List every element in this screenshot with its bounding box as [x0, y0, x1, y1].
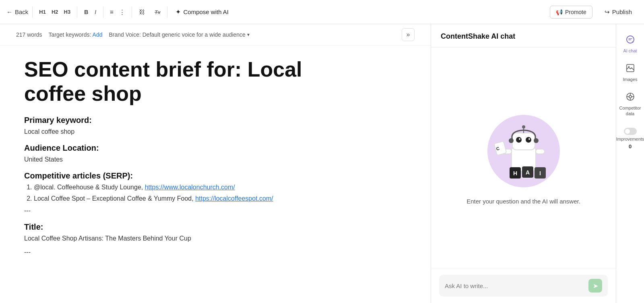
svg-point-24	[629, 95, 632, 98]
article-1-text: @local. Coffeehouse & Study Lounge,	[34, 184, 145, 191]
article-2-link[interactable]: https://localcoffeespot.com/	[195, 195, 273, 202]
sidebar-item-improvements[interactable]: Improvements 0	[618, 124, 642, 154]
svg-text:I: I	[539, 170, 541, 176]
word-count: 217 words	[16, 31, 42, 38]
sidebar-item-images[interactable]: Images	[618, 59, 642, 86]
list-item: Local Coffee Spot – Exceptional Coffee &…	[34, 195, 338, 202]
svg-point-20	[534, 138, 539, 143]
publish-button[interactable]: ↪ Publish	[599, 6, 638, 19]
images-icon	[625, 63, 635, 75]
separator-2: ---	[24, 249, 338, 256]
promote-label: Promote	[565, 9, 586, 15]
ordered-list-button[interactable]: ≡	[107, 7, 116, 17]
ordered-list-icon: ≡	[110, 8, 114, 15]
compose-ai-button[interactable]: ✦ Compose with AI	[171, 6, 233, 18]
svg-point-3	[516, 137, 522, 143]
audience-heading: Audience Location:	[24, 143, 338, 153]
divider-1	[32, 6, 33, 18]
compose-ai-label: Compose with AI	[183, 8, 229, 15]
main-layout: 217 words Target keywords: Add Brand Voi…	[0, 24, 644, 303]
title-value: Local Coffee Shop Artisans: The Masters …	[24, 235, 338, 242]
brand-voice-label: Brand Voice: Default generic voice for a…	[109, 31, 245, 38]
ai-input-wrapper: ➤	[439, 275, 608, 297]
images-sidebar-label: Images	[623, 77, 637, 82]
toolbar-left: ← Back H1 H2 H3 B I ≡ ⋮ ⛓ Tx	[6, 6, 545, 18]
competitor-data-label: Competitor data	[619, 106, 641, 116]
ai-prompt-text: Enter your question and the AI will answ…	[466, 198, 580, 205]
back-arrow-icon: ←	[6, 8, 12, 15]
document-title[interactable]: SEO content brief for: Local coffee shop	[24, 58, 338, 106]
editor-content: SEO content brief for: Local coffee shop…	[0, 46, 362, 277]
toolbar: ← Back H1 H2 H3 B I ≡ ⋮ ⛓ Tx	[0, 0, 644, 24]
separator-1: ---	[24, 207, 338, 214]
meta-bar: 217 words Target keywords: Add Brand Voi…	[0, 24, 431, 46]
target-keywords-label: Target keywords: Add	[49, 31, 103, 38]
ai-robot-illustration: C H A I	[483, 111, 564, 191]
competitive-heading: Competitive articles (SERP):	[24, 171, 338, 181]
h2-button[interactable]: H2	[49, 7, 61, 17]
link-icon: ⛓	[139, 8, 145, 15]
svg-text:A: A	[525, 169, 529, 176]
ai-send-icon: ➤	[593, 282, 598, 290]
ai-send-button[interactable]: ➤	[588, 279, 602, 293]
ai-panel: ContentShake AI chat	[431, 24, 616, 303]
bold-button[interactable]: B	[81, 7, 91, 17]
unordered-list-button[interactable]: ⋮	[117, 7, 128, 17]
ai-input-row: ➤	[431, 268, 616, 303]
back-label: Back	[15, 8, 28, 15]
add-keywords-link[interactable]: Add	[93, 31, 103, 38]
improvements-label: Improvements	[616, 137, 644, 142]
competitive-articles-list: @local. Coffeehouse & Study Lounge, http…	[34, 184, 338, 202]
ai-chat-input[interactable]	[445, 282, 585, 289]
sidebar-item-competitor-data[interactable]: Competitor data	[618, 88, 642, 120]
svg-text:H: H	[513, 170, 517, 176]
list-buttons: ≡ ⋮	[107, 7, 128, 17]
ai-chat-sidebar-label: AI chat	[623, 48, 637, 54]
promote-button[interactable]: 📢 Promote	[550, 6, 592, 19]
format-buttons: B I	[81, 7, 99, 17]
right-sidebar: AI chat Images	[616, 24, 644, 303]
article-1-link[interactable]: https://www.localonchurch.com/	[145, 184, 235, 191]
publish-label: Publish	[612, 8, 632, 15]
link-button[interactable]: ⛓	[136, 7, 148, 17]
clear-format-button[interactable]: Tx	[152, 7, 163, 17]
publish-icon: ↪	[605, 8, 610, 16]
compose-ai-icon: ✦	[175, 8, 181, 16]
brand-voice-chevron-icon: ▾	[247, 32, 250, 37]
ai-panel-body: C H A I Enter your question and the AI w…	[431, 48, 616, 268]
primary-keyword-heading: Primary keyword:	[24, 116, 338, 125]
toolbar-right: 📢 Promote ↪ Publish	[550, 6, 638, 19]
back-button[interactable]: ← Back	[6, 8, 28, 15]
svg-rect-12	[536, 149, 545, 154]
heading-buttons: H1 H2 H3	[37, 7, 73, 17]
promote-icon: 📢	[556, 9, 563, 15]
svg-point-5	[519, 138, 520, 140]
svg-rect-2	[512, 133, 535, 150]
ai-panel-header: ContentShake AI chat	[431, 24, 616, 48]
h1-button[interactable]: H1	[37, 7, 48, 17]
italic-button[interactable]: I	[92, 7, 99, 17]
divider-2	[77, 6, 77, 18]
collapse-panel-button[interactable]: »	[402, 28, 415, 41]
editor-area: 217 words Target keywords: Add Brand Voi…	[0, 24, 431, 303]
article-2-text: Local Coffee Spot – Exceptional Coffee &…	[34, 195, 195, 202]
brand-voice-selector[interactable]: Brand Voice: Default generic voice for a…	[109, 31, 249, 38]
divider-5	[167, 6, 167, 18]
svg-point-8	[522, 125, 525, 129]
divider-4	[132, 6, 132, 18]
audience-value: United States	[24, 156, 338, 163]
primary-keyword-value: Local coffee shop	[24, 128, 338, 135]
improvements-toggle[interactable]	[624, 128, 637, 135]
sidebar-item-ai-chat[interactable]: AI chat	[618, 31, 642, 58]
competitor-data-icon	[625, 92, 635, 104]
h3-button[interactable]: H3	[62, 7, 73, 17]
improvements-count: 0	[629, 143, 632, 149]
svg-point-6	[528, 138, 530, 140]
divider-3	[103, 6, 103, 18]
ai-chat-icon	[625, 35, 635, 47]
unordered-list-icon: ⋮	[119, 8, 125, 15]
svg-point-4	[526, 137, 531, 143]
clear-format-icon: Tx	[155, 9, 160, 15]
title-heading: Title:	[24, 222, 338, 232]
svg-point-19	[509, 138, 514, 143]
